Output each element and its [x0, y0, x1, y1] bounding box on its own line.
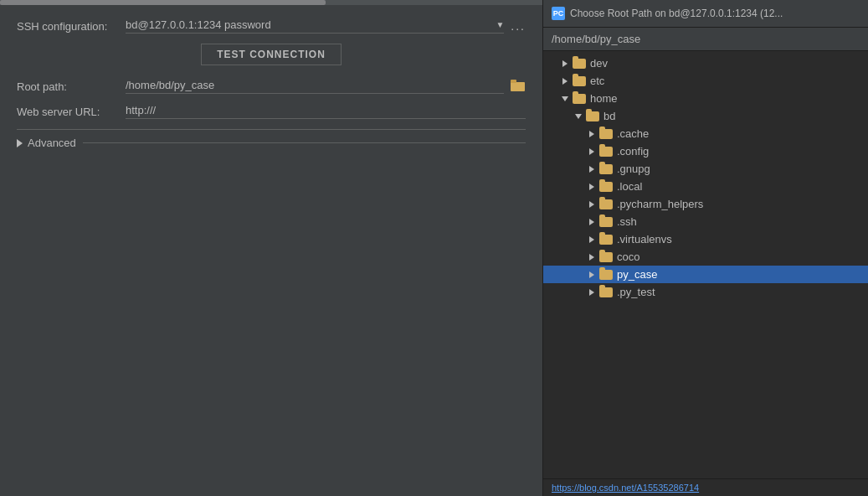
- bottom-url-link[interactable]: https://blog.csdn.net/A15535286714: [552, 483, 699, 493]
- current-path-value: /home/bd/py_case: [552, 33, 640, 45]
- folder-icon-config: [599, 147, 613, 157]
- tree-item-py-test[interactable]: .py_test: [543, 283, 868, 301]
- tree-label-dev: dev: [590, 57, 608, 70]
- tree-item-local[interactable]: .local: [543, 178, 868, 195]
- tree-label-config: .config: [617, 145, 649, 158]
- tree-item-config[interactable]: .config: [543, 142, 868, 160]
- expand-arrow-dev: [560, 59, 570, 69]
- tree-label-home: home: [590, 92, 618, 105]
- tree-label-cache: .cache: [617, 127, 649, 140]
- root-path-input-wrap: /home/bd/py_case: [126, 79, 504, 94]
- tree-label-ssh: .ssh: [617, 215, 637, 228]
- folder-icon-virtualenvs: [599, 235, 613, 245]
- tree-item-bd[interactable]: bd: [543, 107, 868, 125]
- expand-arrow-etc: [560, 76, 570, 86]
- folder-icon-py-test: [599, 287, 613, 297]
- bottom-bar: https://blog.csdn.net/A15535286714: [543, 478, 868, 496]
- svg-rect-2: [511, 80, 516, 83]
- folder-icon-py-case: [599, 270, 613, 280]
- dialog-app-icon: PC: [552, 7, 565, 20]
- form-area: SSH configuration: bd@127.0.0.1:1234 pas…: [0, 5, 542, 496]
- scrollbar[interactable]: [0, 0, 542, 5]
- root-path-label: Root path:: [17, 80, 126, 93]
- expand-arrow-bd: [573, 111, 583, 121]
- tree-label-py-case: py_case: [617, 268, 657, 281]
- root-path-browse-button[interactable]: [511, 80, 526, 94]
- folder-icon-ssh: [599, 217, 613, 227]
- expand-arrow-py-case: [587, 270, 597, 280]
- tree-item-gnupg[interactable]: .gnupg: [543, 160, 868, 178]
- folder-icon-cache: [599, 129, 613, 139]
- folder-icon-coco: [599, 252, 613, 262]
- tree-label-gnupg: .gnupg: [617, 163, 650, 175]
- tree-label-py-test: .py_test: [617, 286, 655, 298]
- tree-item-coco[interactable]: coco: [543, 248, 868, 266]
- tree-item-cache[interactable]: .cache: [543, 125, 868, 142]
- expand-arrow-cache: [587, 129, 597, 139]
- web-server-input-wrap: http:///: [126, 104, 526, 119]
- tree-item-virtualenvs[interactable]: .virtualenvs: [543, 230, 868, 248]
- current-path-bar: /home/bd/py_case: [543, 28, 868, 51]
- expand-arrow-gnupg: [587, 164, 597, 174]
- tree-item-dev[interactable]: dev: [543, 54, 868, 72]
- folder-icon-dev: [573, 59, 586, 69]
- tree-label-virtualenvs: .virtualenvs: [617, 233, 672, 245]
- advanced-chevron-icon: [17, 139, 23, 147]
- right-panel: PC Choose Root Path on bd@127.0.0.1:1234…: [542, 0, 868, 496]
- scrollbar-thumb: [0, 0, 326, 5]
- root-path-row: Root path: /home/bd/py_case: [17, 79, 526, 94]
- ssh-config-input-wrap: bd@127.0.0.1:1234 password ▼: [126, 18, 504, 34]
- expand-arrow-local: [587, 182, 597, 192]
- tree-item-ssh[interactable]: .ssh: [543, 213, 868, 230]
- expand-arrow-config: [587, 147, 597, 157]
- tree-item-py-case[interactable]: py_case: [543, 266, 868, 283]
- web-server-row: Web server URL: http:///: [17, 104, 526, 119]
- tree-item-etc[interactable]: etc: [543, 72, 868, 90]
- expand-arrow-virtualenvs: [587, 235, 597, 245]
- ssh-config-row: SSH configuration: bd@127.0.0.1:1234 pas…: [17, 18, 526, 34]
- root-path-value: /home/bd/py_case: [126, 79, 504, 91]
- folder-icon-home: [573, 94, 586, 104]
- expand-arrow-coco: [587, 252, 597, 262]
- folder-icon-pycharm-helpers: [599, 199, 613, 209]
- tree-label-etc: etc: [590, 75, 604, 87]
- expand-arrow-ssh: [587, 217, 597, 227]
- tree-label-bd: bd: [603, 110, 615, 122]
- advanced-label: Advanced: [28, 137, 76, 149]
- ssh-config-value: bd@127.0.0.1:1234 password: [126, 18, 492, 31]
- ssh-config-label: SSH configuration:: [17, 20, 126, 33]
- divider: [17, 129, 526, 130]
- folder-icon-bd: [586, 111, 599, 121]
- ssh-config-dropdown-arrow[interactable]: ▼: [496, 20, 504, 29]
- folder-icon-local: [599, 182, 613, 192]
- expand-arrow-py-test: [587, 287, 597, 297]
- tree-item-pycharm-helpers[interactable]: .pycharm_helpers: [543, 195, 868, 213]
- web-server-value: http:///: [126, 104, 156, 116]
- tree-label-coco: coco: [617, 251, 639, 263]
- tree-label-pycharm-helpers: .pycharm_helpers: [617, 198, 703, 210]
- file-tree[interactable]: dev etc home bd .cache: [543, 51, 868, 478]
- test-connection-row: TEST CONNECTION: [17, 44, 526, 65]
- folder-icon-etc: [573, 76, 586, 86]
- test-connection-button[interactable]: TEST CONNECTION: [201, 44, 342, 65]
- expand-arrow-home: [560, 94, 570, 104]
- web-server-label: Web server URL:: [17, 106, 126, 118]
- tree-item-home[interactable]: home: [543, 90, 868, 107]
- left-panel: SSH configuration: bd@127.0.0.1:1234 pas…: [0, 0, 542, 496]
- ssh-config-ellipsis-button[interactable]: ...: [511, 19, 526, 33]
- expand-arrow-pycharm-helpers: [587, 199, 597, 209]
- folder-icon-gnupg: [599, 164, 613, 174]
- dialog-title: Choose Root Path on bd@127.0.0.1:1234 (1…: [570, 8, 783, 19]
- tree-label-local: .local: [617, 180, 642, 193]
- advanced-row[interactable]: Advanced: [17, 137, 526, 149]
- dialog-titlebar: PC Choose Root Path on bd@127.0.0.1:1234…: [543, 0, 868, 28]
- advanced-divider: [83, 142, 526, 143]
